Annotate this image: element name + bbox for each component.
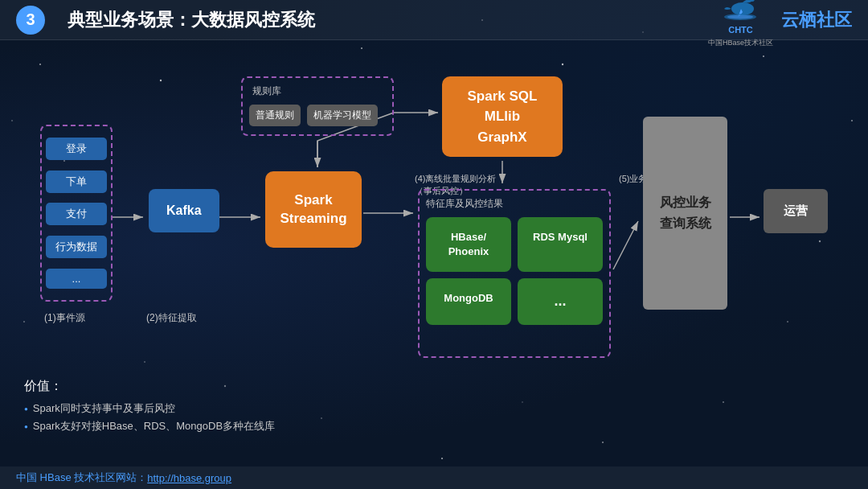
feature-store-box: 特征库及风控结果 HBase/ Phoenix RDS Mysql MongoD… [418, 189, 611, 358]
footer-text: 中国 HBase 技术社区网站： [16, 471, 147, 485]
risk-control-box: 风控业务 查询系统 [643, 117, 727, 310]
event-source-box: 登录 下单 支付 行为数据 ... [40, 125, 113, 302]
rules-items: 普通规则 机器学习模型 [249, 105, 386, 126]
rules-box: 规则库 普通规则 机器学习模型 [241, 76, 394, 136]
value-item-1: ● Spark友好对接HBase、RDS、MongoDB多种在线库 [24, 419, 275, 434]
event-item-payment: 支付 [46, 203, 107, 225]
bird-icon [720, 0, 760, 20]
chtc-label: CHTC [728, 22, 753, 36]
bullet-icon-1: ● [24, 423, 28, 430]
feature-item-mongodb: MongoDB [426, 278, 511, 324]
feature-extract-label: (2)特征提取 [146, 311, 197, 325]
slide-number: 3 [16, 6, 45, 35]
svg-point-27 [727, 15, 753, 19]
feature-grid: HBase/ Phoenix RDS Mysql MongoDB ... [426, 217, 603, 325]
logo-chtc: CHTC 中国HBase技术社区 [708, 0, 773, 48]
event-item-order: 下单 [46, 171, 107, 193]
svg-point-24 [731, 2, 754, 15]
bullet-icon-0: ● [24, 405, 28, 413]
event-item-more: ... [46, 269, 107, 289]
operations-box: 运营 [764, 189, 828, 233]
top-bar: 3 典型业务场景：大数据风控系统 CHTC 中国HBase技术社区 云栖社区 [0, 0, 868, 40]
value-title: 价值： [24, 378, 275, 395]
feature-item-hbase: HBase/ Phoenix [426, 217, 511, 272]
rule-item-normal: 普通规则 [249, 105, 301, 126]
chtc-sub-label: 中国HBase技术社区 [708, 38, 773, 48]
event-item-behavior: 行为数据 [46, 236, 107, 258]
slide-title: 典型业务场景：大数据风控系统 [68, 8, 315, 32]
value-section: 价值： ● Spark同时支持事中及事后风控 ● Spark友好对接HBase、… [24, 378, 275, 437]
logo-area: CHTC 中国HBase技术社区 云栖社区 [708, 0, 852, 48]
bottom-bar: 中国 HBase 技术社区网站： http://hbase.group [0, 466, 868, 489]
svg-line-36 [613, 221, 638, 269]
event-item-login: 登录 [46, 138, 107, 160]
risk-control-text: 风控业务 查询系统 [660, 192, 711, 233]
feature-item-rds: RDS Mysql [518, 217, 603, 272]
yunqi-label: 云栖社区 [781, 8, 852, 32]
main-content: (3)在线规则分析 （事中风控） (4)离线批量规则分析 （事后风控） (5)业… [0, 44, 868, 465]
diagram: (3)在线规则分析 （事中风控） (4)离线批量规则分析 （事后风控） (5)业… [24, 52, 844, 390]
spark-sql-box: Spark SQL MLlib GraphX [442, 76, 563, 157]
value-item-0: ● Spark同时支持事中及事后风控 [24, 401, 275, 416]
feature-store-label: 特征库及风控结果 [426, 197, 603, 211]
kafka-box: Kafka [149, 189, 219, 232]
rule-item-ml: 机器学习模型 [307, 105, 378, 126]
footer-link[interactable]: http://hbase.group [147, 472, 231, 484]
event-source-label: (1)事件源 [44, 311, 85, 325]
spark-streaming-box: Spark Streaming [265, 171, 362, 248]
feature-item-dots: ... [518, 278, 603, 324]
rules-label: 规则库 [249, 84, 386, 98]
